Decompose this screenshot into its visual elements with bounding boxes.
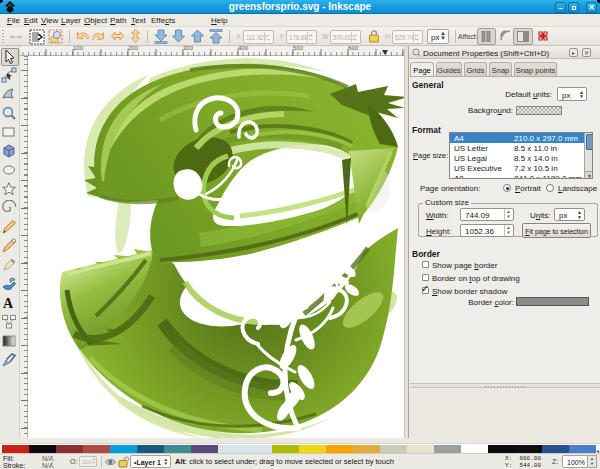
svg-text:A: A <box>3 296 14 311</box>
